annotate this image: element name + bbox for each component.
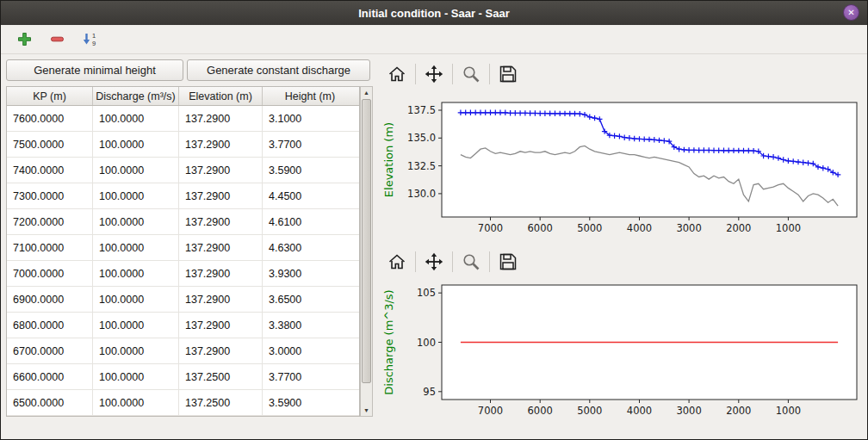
zoom-button[interactable]: [457, 61, 485, 87]
svg-text:100: 100: [417, 337, 436, 349]
table-row[interactable]: 6900.0000100.0000137.29003.6500: [7, 287, 359, 313]
table-cell[interactable]: 4.6100: [263, 209, 357, 234]
sort-nine-label: 9: [92, 40, 96, 47]
close-button[interactable]: ✕: [843, 4, 859, 21]
table-cell[interactable]: 100.0000: [93, 287, 179, 312]
table-cell[interactable]: 100.0000: [93, 158, 179, 183]
table-cell[interactable]: 137.2900: [179, 158, 263, 183]
table-cell[interactable]: 7500.0000: [7, 132, 93, 157]
table-row[interactable]: 7000.0000100.0000137.29003.9300: [7, 261, 359, 287]
svg-text:2000: 2000: [726, 222, 751, 234]
table-cell[interactable]: 3.9300: [263, 261, 357, 286]
column-header-elevation[interactable]: Elevation (m): [179, 87, 263, 105]
table-cell[interactable]: 137.2900: [179, 183, 263, 208]
home-button[interactable]: [383, 249, 411, 275]
toolbar-separator: [489, 64, 490, 84]
scrollbar-thumb[interactable]: [362, 99, 371, 383]
table-cell[interactable]: 7100.0000: [7, 235, 93, 260]
table-row[interactable]: 7500.0000100.0000137.29003.7700: [7, 132, 359, 158]
table-scrollbar[interactable]: ▲ ▼: [360, 86, 373, 417]
svg-text:5000: 5000: [577, 405, 602, 417]
table-row[interactable]: 6500.0000100.0000137.25003.5900: [7, 390, 359, 416]
svg-text:130.0: 130.0: [407, 188, 436, 200]
table-row[interactable]: 7100.0000100.0000137.29004.6300: [7, 235, 359, 261]
remove-row-button[interactable]: [46, 28, 68, 51]
table-cell[interactable]: 100.0000: [93, 338, 179, 363]
table-row[interactable]: 6600.0000100.0000137.25003.7700: [7, 364, 359, 390]
table-cell[interactable]: 3.5900: [263, 158, 357, 183]
table-cell[interactable]: 100.0000: [93, 313, 179, 338]
svg-text:4000: 4000: [627, 222, 652, 234]
save-button[interactable]: [494, 249, 522, 275]
save-button[interactable]: [494, 61, 522, 87]
table-cell[interactable]: 3.3800: [263, 313, 357, 338]
table-row[interactable]: 6800.0000100.0000137.29003.3800: [7, 313, 359, 338]
table-cell[interactable]: 137.2500: [179, 390, 263, 415]
table-cell[interactable]: 3.1000: [263, 106, 357, 131]
pan-button[interactable]: [420, 249, 448, 275]
elevation-chart[interactable]: 7000600050004000300020001000137.5135.013…: [380, 96, 864, 244]
table-cell[interactable]: 6500.0000: [7, 390, 93, 415]
scrollbar-down-arrow[interactable]: ▼: [361, 405, 372, 416]
table-cell[interactable]: 100.0000: [93, 132, 179, 157]
table-cell[interactable]: 7000.0000: [7, 261, 93, 286]
table-cell[interactable]: 3.5900: [263, 390, 357, 415]
table-cell[interactable]: 3.7700: [263, 364, 357, 389]
table-cell[interactable]: 137.2500: [179, 364, 263, 389]
table-cell[interactable]: 7200.0000: [7, 209, 93, 234]
scrollbar-up-arrow[interactable]: ▲: [361, 87, 372, 98]
table-cell[interactable]: 100.0000: [93, 106, 179, 131]
table-cell[interactable]: 137.2900: [179, 313, 263, 338]
titlebar[interactable]: Initial condition - Saar - Saar ✕: [1, 1, 867, 26]
column-header-kp[interactable]: KP (m): [7, 87, 93, 105]
table-cell[interactable]: 6900.0000: [7, 287, 93, 312]
table-cell[interactable]: 137.2900: [179, 235, 263, 260]
home-icon: [388, 252, 406, 271]
table-cell[interactable]: 137.2900: [179, 261, 263, 286]
toolbar-separator: [415, 251, 416, 272]
table-cell[interactable]: 137.2900: [179, 209, 263, 234]
svg-text:6000: 6000: [528, 222, 553, 234]
table-row[interactable]: 7400.0000100.0000137.29003.5900: [7, 158, 359, 183]
table-row[interactable]: 7600.0000100.0000137.29003.1000: [7, 106, 359, 132]
table-cell[interactable]: 3.6500: [263, 287, 357, 312]
table-cell[interactable]: 6700.0000: [7, 338, 93, 363]
table-cell[interactable]: 7400.0000: [7, 158, 93, 183]
table-row[interactable]: 6700.0000100.0000137.29003.0000: [7, 338, 359, 364]
table-cell[interactable]: 100.0000: [93, 235, 179, 260]
table-cell[interactable]: 6600.0000: [7, 364, 93, 389]
table-cell[interactable]: 100.0000: [93, 390, 179, 415]
pan-button[interactable]: [420, 61, 448, 87]
magnifier-icon: [462, 252, 480, 271]
generate-minimal-height-button[interactable]: Generate minimal height: [6, 59, 183, 81]
column-header-discharge[interactable]: Discharge (m³/s): [93, 87, 179, 105]
magnifier-icon: [462, 65, 480, 84]
table-cell[interactable]: 7600.0000: [7, 106, 93, 131]
table-cell[interactable]: 100.0000: [93, 261, 179, 286]
discharge-chart[interactable]: 700060005000400030002000100010510095Disc…: [380, 278, 864, 426]
table-cell[interactable]: 137.2900: [179, 132, 263, 157]
table-row[interactable]: 7200.0000100.0000137.29004.6100: [7, 209, 359, 235]
sort-rows-button[interactable]: 1 9: [78, 28, 101, 51]
table-cell[interactable]: 4.4500: [263, 183, 357, 208]
table-cell[interactable]: 100.0000: [93, 364, 179, 389]
table-row[interactable]: 7300.0000100.0000137.29004.4500: [7, 183, 359, 209]
table-cell[interactable]: 100.0000: [93, 183, 179, 208]
table-cell[interactable]: 7300.0000: [7, 183, 93, 208]
table-cell[interactable]: 137.2900: [179, 106, 263, 131]
home-icon: [388, 65, 406, 84]
table-cell[interactable]: 137.2900: [179, 287, 263, 312]
column-header-height[interactable]: Height (m): [263, 87, 357, 105]
table-cell[interactable]: 3.7700: [263, 132, 357, 157]
table-cell[interactable]: 4.6300: [263, 235, 357, 260]
svg-text:135.0: 135.0: [407, 132, 436, 144]
table-cell[interactable]: 137.2900: [179, 338, 263, 363]
table-cell[interactable]: 100.0000: [93, 209, 179, 234]
svg-text:7000: 7000: [478, 222, 503, 234]
add-row-button[interactable]: [13, 28, 35, 51]
table-cell[interactable]: 3.0000: [263, 338, 357, 363]
zoom-button[interactable]: [457, 249, 485, 275]
generate-constant-discharge-button[interactable]: Generate constant discharge: [187, 59, 370, 81]
table-cell[interactable]: 6800.0000: [7, 313, 93, 338]
home-button[interactable]: [383, 61, 411, 87]
